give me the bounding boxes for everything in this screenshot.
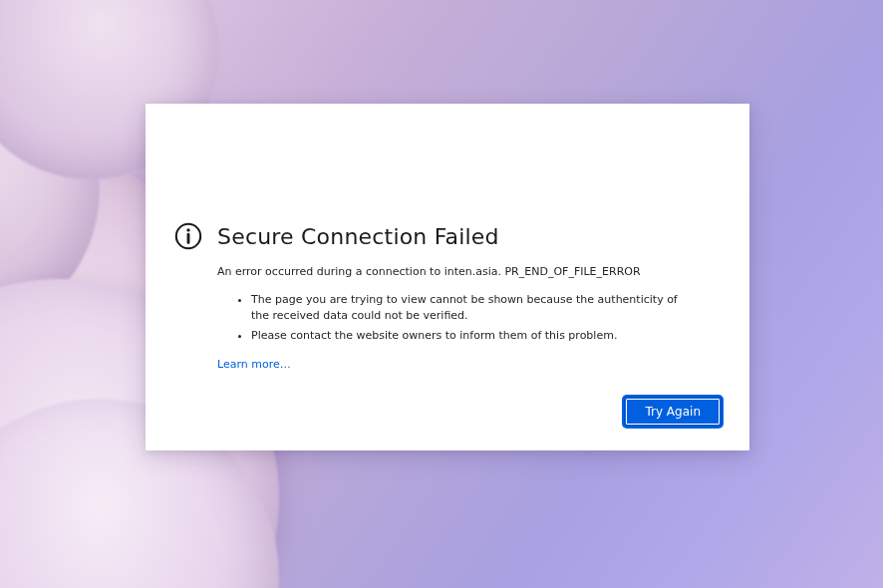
- action-bar: Try Again: [624, 397, 722, 427]
- error-detail-item: The page you are trying to view cannot b…: [251, 292, 696, 324]
- error-content: Secure Connection Failed An error occurr…: [173, 221, 722, 372]
- error-message: An error occurred during a connection to…: [217, 265, 722, 280]
- learn-more-link[interactable]: Learn more…: [217, 358, 291, 371]
- error-dialog: Secure Connection Failed An error occurr…: [146, 104, 749, 450]
- error-title: Secure Connection Failed: [217, 224, 499, 249]
- error-detail-item: Please contact the website owners to inf…: [251, 328, 696, 344]
- try-again-button[interactable]: Try Again: [624, 397, 722, 427]
- error-details-list: The page you are trying to view cannot b…: [237, 292, 696, 344]
- info-icon: [173, 221, 203, 251]
- error-header: Secure Connection Failed: [173, 221, 722, 251]
- svg-point-2: [186, 228, 189, 231]
